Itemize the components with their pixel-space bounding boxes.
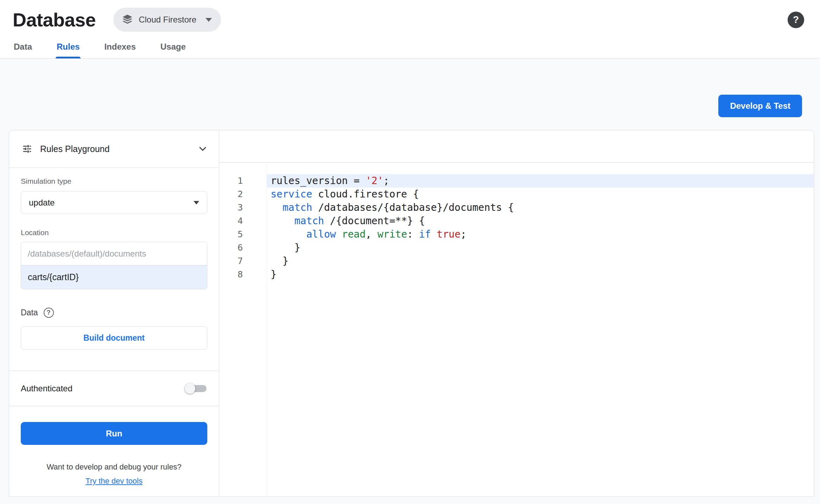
line-number: 5 <box>219 228 267 241</box>
line-number: 2 <box>219 188 267 201</box>
location-prefix-row <box>21 242 207 265</box>
actions-row: Develop & Test <box>0 95 820 117</box>
authenticated-label: Authenticated <box>21 384 72 393</box>
location-prefix-input[interactable] <box>28 249 200 259</box>
devtools-link[interactable]: Try the dev tools <box>86 477 143 485</box>
authenticated-toggle[interactable] <box>185 383 207 394</box>
location-box <box>21 242 207 289</box>
app-header: Database Cloud Firestore ? <box>0 0 820 35</box>
data-help-icon[interactable]: ? <box>44 308 54 318</box>
code-line[interactable]: match /databases/{database}/documents { <box>267 201 814 214</box>
product-selector[interactable]: Cloud Firestore <box>113 8 221 32</box>
code-line[interactable]: } <box>267 254 814 268</box>
playground-header[interactable]: Rules Playground <box>9 130 219 168</box>
editor-gutter: 12345678 <box>219 163 267 496</box>
line-number: 4 <box>219 214 267 228</box>
code-line[interactable]: allow read, write: if true; <box>267 228 814 241</box>
select-caret-icon <box>194 201 199 204</box>
tab-indexes[interactable]: Indexes <box>103 35 137 58</box>
simulation-type-select[interactable]: update <box>21 191 207 214</box>
page-title: Database <box>13 9 96 31</box>
help-icon[interactable]: ? <box>788 12 804 28</box>
line-number: 6 <box>219 241 267 254</box>
editor-body: 12345678 rules_version = '2';service clo… <box>219 163 814 496</box>
tab-usage[interactable]: Usage <box>159 35 187 58</box>
collapse-chevron-icon[interactable] <box>197 143 208 155</box>
devtools-link-row: Try the dev tools <box>9 477 219 486</box>
line-number: 1 <box>219 174 267 188</box>
code-line[interactable]: match /{document=**} { <box>267 214 814 228</box>
location-input[interactable] <box>28 272 200 282</box>
authenticated-row: Authenticated <box>9 371 219 406</box>
code-line[interactable]: } <box>267 268 814 281</box>
run-wrap: Run <box>9 406 219 445</box>
data-label: Data <box>21 308 38 317</box>
code-line[interactable]: } <box>267 241 814 254</box>
data-help-glyph: ? <box>47 309 51 316</box>
rules-playground-sidebar: Rules Playground Simulation type update … <box>9 130 219 496</box>
rules-editor: 12345678 rules_version = '2';service clo… <box>219 130 814 496</box>
chevron-down-icon <box>206 18 212 22</box>
top-bar: Database Cloud Firestore ? DataRulesInde… <box>0 0 820 59</box>
tune-icon <box>22 144 32 154</box>
rules-panel: Rules Playground Simulation type update … <box>9 130 814 497</box>
devtools-text: Want to develop and debug your rules? <box>9 462 219 472</box>
toggle-knob <box>185 383 195 394</box>
run-button[interactable]: Run <box>21 422 207 445</box>
develop-test-button[interactable]: Develop & Test <box>718 95 802 117</box>
tabs: DataRulesIndexesUsage <box>0 35 820 59</box>
playground-title: Rules Playground <box>40 144 109 154</box>
location-label: Location <box>21 228 207 237</box>
line-number: 7 <box>219 254 267 268</box>
location-value-row <box>21 265 207 289</box>
editor-toolbar <box>219 130 814 163</box>
code-line[interactable]: service cloud.firestore { <box>267 188 814 201</box>
build-document-button[interactable]: Build document <box>21 326 207 349</box>
line-number: 3 <box>219 201 267 214</box>
simulation-type-label: Simulation type <box>21 177 207 185</box>
code-line[interactable]: rules_version = '2'; <box>267 174 814 188</box>
tab-rules[interactable]: Rules <box>56 35 81 58</box>
line-number: 8 <box>219 268 267 281</box>
firestore-icon <box>121 13 134 26</box>
help-glyph: ? <box>793 14 799 25</box>
simulation-type-value: update <box>29 198 55 208</box>
product-selector-label: Cloud Firestore <box>139 15 196 25</box>
tab-data[interactable]: Data <box>13 35 33 58</box>
playground-form: Simulation type update Location Data ? <box>9 168 219 349</box>
data-row: Data ? <box>21 308 207 318</box>
editor-code[interactable]: rules_version = '2';service cloud.firest… <box>267 163 814 496</box>
